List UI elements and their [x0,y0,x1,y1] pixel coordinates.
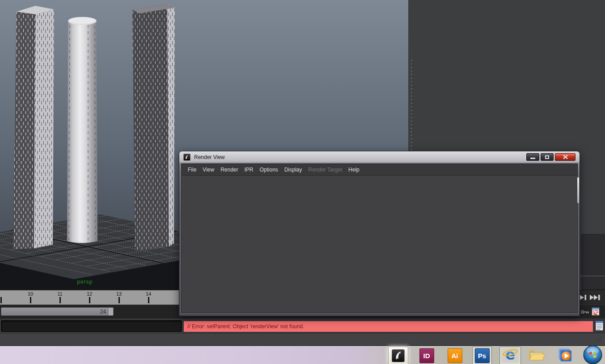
media-player-icon [556,347,573,364]
menu-render[interactable]: Render [217,164,241,175]
illustrator-taskbar-button[interactable]: Ai [446,347,463,364]
panel-box-upper [581,234,605,275]
window-maya-icon [183,154,190,161]
photoshop-icon: Ps [475,348,490,363]
window-resize-grip[interactable] [597,336,603,344]
window-edge-highlight [577,177,579,203]
taskbar: ID Ai Ps e [0,345,605,364]
menu-ipr[interactable]: IPR [241,164,257,175]
menu-help[interactable]: Help [345,164,363,175]
menu-view[interactable]: View [199,164,217,175]
tick-label: 13 [113,291,125,297]
minimize-icon [530,158,535,159]
windows-start-orb-icon [583,345,602,364]
tick-mark [89,297,90,303]
file-explorer-taskbar-button[interactable] [528,347,545,364]
indesign-taskbar-button[interactable]: ID [418,347,435,364]
panel-box-lower [581,277,605,289]
render-view-body: File View Render IPR Options Display Ren… [181,163,578,313]
window-title: Render View [194,154,224,160]
close-icon [563,155,568,159]
render-view-window: Render View File View Render IPR Options [179,151,580,316]
internet-explorer-icon: e [502,347,519,364]
error-message-bar: // Error: setParent: Object 'renderView'… [184,321,593,332]
render-view-titlebar[interactable]: Render View [179,151,580,163]
window-controls [526,153,575,161]
tower-right-box[interactable] [132,4,175,251]
tick-mark [0,297,2,303]
close-button[interactable] [555,153,575,161]
internet-explorer-taskbar-button[interactable]: e [499,347,521,364]
tick-label: 11 [54,291,66,297]
key-icon [581,309,589,315]
camera-name-label: persp [77,279,93,285]
range-end-value: 24 [100,309,106,315]
maya-taskbar-button[interactable] [388,347,408,364]
tick-mark [148,297,149,303]
menu-file[interactable]: File [185,164,199,175]
range-slider[interactable]: 24 [1,307,114,316]
photoshop-taskbar-button[interactable]: Ps [472,347,492,364]
preferences-grid-icon [592,307,600,316]
maya-icon [392,349,405,362]
animation-preferences-button[interactable] [592,307,600,318]
command-line-input[interactable] [1,320,182,332]
tick-mark [30,297,31,303]
tick-label: 14 [142,291,155,297]
desktop: persp 10 11 12 13 14 24 [0,0,605,364]
help-line [0,334,605,345]
tick-mark [59,297,61,303]
folder-icon [528,347,545,364]
tower-left-box[interactable] [13,6,54,249]
script-editor-icon [595,321,604,331]
maximize-button[interactable] [541,153,554,161]
script-editor-button[interactable] [595,321,604,333]
range-slider-handle[interactable] [108,308,113,315]
menu-display[interactable]: Display [281,164,305,175]
illustrator-icon: Ai [448,348,462,363]
step-forward-button[interactable] [579,294,587,301]
go-to-end-button[interactable] [590,294,601,301]
minimize-button[interactable] [526,153,539,161]
tick-mark [118,297,120,303]
menu-render-target: Render Target [305,164,345,175]
command-line-row: // Error: setParent: Object 'renderView'… [0,318,605,334]
media-player-taskbar-button[interactable] [556,347,573,364]
auto-keyframe-button[interactable] [581,309,589,317]
start-button[interactable] [583,346,603,364]
render-view-canvas[interactable] [182,176,577,313]
render-view-menubar: File View Render IPR Options Display Ren… [182,164,577,176]
menu-options[interactable]: Options [257,164,281,175]
tick-label: 10 [24,291,37,297]
tower-middle-cylinder[interactable] [67,17,97,243]
indesign-icon: ID [419,348,434,363]
playback-controls [578,290,605,305]
tick-label: 12 [83,291,96,297]
maximize-icon [545,155,549,159]
